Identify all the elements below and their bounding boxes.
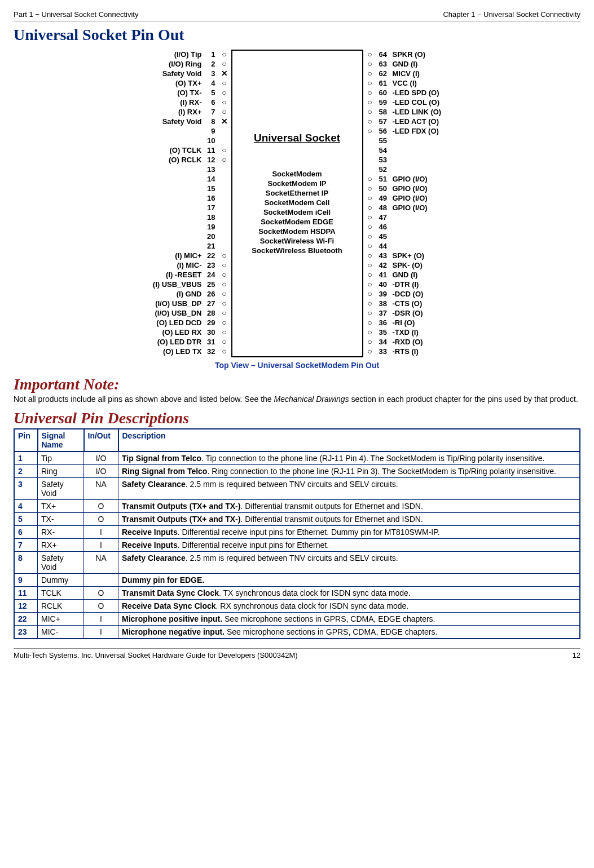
pin-left-20: 20: [134, 232, 230, 241]
header-right: Chapter 1 – Universal Socket Connectivit…: [443, 10, 580, 19]
page-footer: Multi-Tech Systems, Inc. Universal Socke…: [14, 648, 580, 659]
pin-left-6: (I) RX-6○: [134, 98, 230, 107]
cell-pin: 11: [14, 587, 38, 600]
pin-number: 57: [376, 117, 393, 126]
pin-label: Safety Void: [134, 69, 202, 78]
pin-label: -LED FDX (O): [393, 126, 460, 136]
pin-number: 54: [376, 145, 393, 155]
pin-left-12: (O) RCLK12○: [134, 155, 230, 165]
cell-pin: 1: [14, 451, 38, 465]
important-note-body: Not all products include all pins as sho…: [14, 395, 580, 404]
table-row: 7RX+IReceive Inputs. Differential receiv…: [14, 539, 580, 552]
pin-left-7: (I) RX+7○: [134, 107, 230, 117]
cell-signal: Safety Void: [38, 552, 84, 574]
table-row: 23MIC-IMicrophone negative input. See mi…: [14, 626, 580, 639]
pinout-diagram: (I/O) Tip1○(I/O) Ring2○Safety Void3✕(O) …: [14, 50, 580, 357]
cell-io: I/O: [84, 465, 118, 478]
pin-left-19: 19: [134, 222, 230, 232]
cell-io: O: [84, 600, 118, 613]
cell-io: O: [84, 513, 118, 526]
pin-left-27: (I/O) USB_DP27○: [134, 299, 230, 308]
pin-number: 45: [376, 232, 393, 241]
cell-description: Safety Clearance. 2.5 mm is required bet…: [118, 478, 580, 500]
cell-signal: MIC+: [38, 613, 84, 626]
pin-left-4: (O) TX+4○: [134, 78, 230, 88]
pin-number: 5: [202, 88, 219, 98]
pin-right-52: 52: [364, 165, 460, 174]
pin-right-56: ○56-LED FDX (O): [364, 126, 460, 136]
pin-number: 33: [376, 347, 393, 356]
pin-label: GND (I): [393, 59, 460, 69]
pin-number: 4: [202, 78, 219, 88]
diagram-center-item: SocketModem iCell: [232, 207, 362, 217]
pin-label: (I) MIC-: [134, 260, 202, 270]
pin-number: 47: [376, 212, 393, 222]
diagram-center-item: SocketWireless Wi-Fi: [232, 236, 362, 246]
pin-label: (O) LED RX: [134, 327, 202, 337]
cell-io: [84, 574, 118, 587]
pin-label: (I) RX-: [134, 98, 202, 107]
pin-number: 43: [376, 251, 393, 260]
cell-pin: 5: [14, 513, 38, 526]
pin-label: (I/O) USB_DP: [134, 299, 202, 308]
cell-io: I: [84, 539, 118, 552]
pin-number: 29: [202, 318, 219, 327]
cell-signal: RX-: [38, 526, 84, 539]
pin-label: (I/O) USB_DN: [134, 308, 202, 318]
cell-description: Transmit Outputs (TX+ and TX-). Differen…: [118, 500, 580, 513]
diagram-center-item: SocketModem IP: [232, 179, 362, 188]
table-row: 2RingI/ORing Signal from Telco. Ring con…: [14, 465, 580, 478]
pin-right-39: ○39-DCD (O): [364, 289, 460, 299]
cell-description: Microphone positive input. See microphon…: [118, 613, 580, 626]
cell-description: Ring Signal from Telco. Ring connection …: [118, 465, 580, 478]
footer-right: 12: [573, 651, 580, 659]
pin-number: 61: [376, 78, 393, 88]
pin-number: 9: [202, 126, 219, 136]
header-left: Part 1 − Universal Socket Connectivity: [14, 10, 138, 19]
pin-left-21: 21: [134, 241, 230, 251]
table-row: 3Safety VoidNASafety Clearance. 2.5 mm i…: [14, 478, 580, 500]
pin-label: (I) USB_VBUS: [134, 280, 202, 289]
pin-number: 8: [202, 117, 219, 126]
pin-number: 41: [376, 270, 393, 280]
pin-label: -RTS (I): [393, 347, 460, 356]
table-row: 6RX-IReceive Inputs. Differential receiv…: [14, 526, 580, 539]
pin-left-26: (I) GND26○: [134, 289, 230, 299]
pin-label: (O) TCLK: [134, 145, 202, 155]
cell-io: I: [84, 626, 118, 639]
pin-number: 11: [202, 145, 219, 155]
diagram-center-item: SocketWireless Bluetooth: [232, 246, 362, 255]
pin-right-50: ○50GPIO (I/O): [364, 184, 460, 193]
table-row: 4TX+OTransmit Outputs (TX+ and TX-). Dif…: [14, 500, 580, 513]
cell-io: NA: [84, 478, 118, 500]
cell-signal: RX+: [38, 539, 84, 552]
pin-left-29: (O) LED DCD29○: [134, 318, 230, 327]
cell-signal: TX+: [38, 500, 84, 513]
pin-right-62: ○62MICV (I): [364, 69, 460, 78]
cell-signal: RCLK: [38, 600, 84, 613]
cell-io: O: [84, 500, 118, 513]
pin-right-47: ○47: [364, 212, 460, 222]
pin-number: 38: [376, 299, 393, 308]
pin-left-23: (I) MIC-23○: [134, 260, 230, 270]
cell-io: O: [84, 587, 118, 600]
pin-right-41: ○41GND (I): [364, 270, 460, 280]
pin-right-43: ○43SPK+ (O): [364, 251, 460, 260]
diagram-center-item: SocketModem: [232, 169, 362, 179]
pin-label: Safety Void: [134, 117, 202, 126]
page-header: Part 1 − Universal Socket Connectivity C…: [14, 10, 580, 21]
pin-left-24: (I) -RESET24○: [134, 270, 230, 280]
pin-label: -RXD (O): [393, 337, 460, 347]
pin-label: VCC (I): [393, 78, 460, 88]
pin-number: 56: [376, 126, 393, 136]
important-note-heading: Important Note:: [14, 375, 580, 393]
diagram-center-item: SocketModem Cell: [232, 198, 362, 207]
pin-number: 26: [202, 289, 219, 299]
pin-left-15: 15: [134, 184, 230, 193]
pin-right-53: 53: [364, 155, 460, 165]
th-in-out: In/Out: [84, 429, 118, 451]
cell-description: Dummy pin for EDGE.: [118, 574, 580, 587]
table-row: 9DummyDummy pin for EDGE.: [14, 574, 580, 587]
pin-label: GPIO (I/O): [393, 203, 460, 212]
pin-right-46: ○46: [364, 222, 460, 232]
